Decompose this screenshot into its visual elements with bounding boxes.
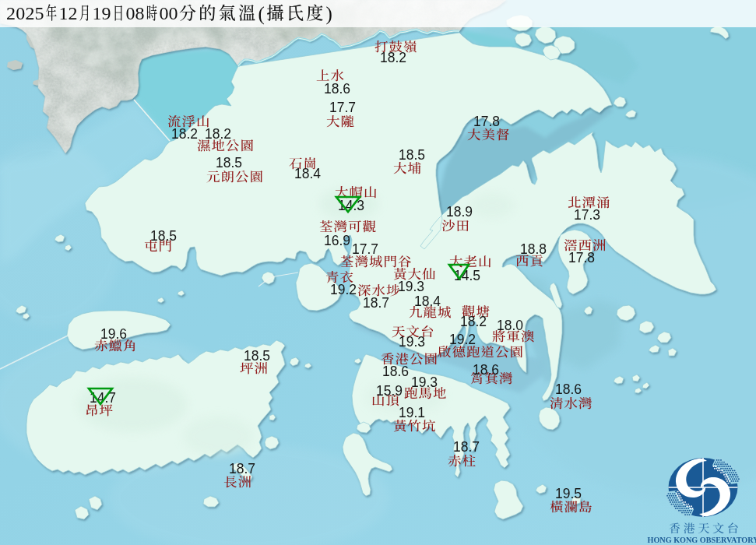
svg-text:18.2: 18.2 — [460, 314, 487, 329]
svg-text:18.4: 18.4 — [414, 294, 441, 309]
svg-text:18.6: 18.6 — [324, 81, 350, 97]
svg-text:18.6: 18.6 — [382, 364, 409, 379]
svg-text:19.3: 19.3 — [399, 334, 425, 350]
svg-text:18.5: 18.5 — [150, 228, 177, 244]
svg-text:19.1: 19.1 — [399, 405, 425, 420]
svg-text:HONG KONG OBSERVATORY: HONG KONG OBSERVATORY — [647, 536, 756, 544]
svg-text:1: 1 — [92, 3, 101, 23]
svg-text:18.5: 18.5 — [216, 155, 242, 171]
svg-text:0: 0 — [125, 3, 135, 23]
svg-text:9: 9 — [102, 3, 111, 23]
svg-text:16.9: 16.9 — [324, 233, 350, 248]
svg-text:15.9: 15.9 — [376, 383, 403, 399]
svg-text:1: 1 — [58, 3, 68, 23]
svg-text:18.7: 18.7 — [453, 439, 480, 455]
svg-text:2: 2 — [69, 3, 78, 23]
svg-text:17.3: 17.3 — [574, 207, 600, 223]
svg-text:17.7: 17.7 — [329, 100, 356, 115]
svg-text:19.3: 19.3 — [398, 279, 424, 294]
svg-text:19.2: 19.2 — [449, 332, 476, 347]
svg-text:17.8: 17.8 — [473, 114, 500, 129]
svg-text:17.7: 17.7 — [352, 241, 378, 257]
svg-text:19.2: 19.2 — [330, 282, 357, 297]
svg-text:0: 0 — [159, 3, 168, 23]
svg-text:18.5: 18.5 — [244, 348, 270, 364]
svg-text:18.6: 18.6 — [555, 382, 582, 397]
svg-text:18.8: 18.8 — [520, 241, 547, 257]
svg-text:0: 0 — [169, 3, 178, 23]
svg-text:14.7: 14.7 — [90, 390, 116, 406]
svg-text:18.2: 18.2 — [205, 126, 231, 142]
svg-text:18.2: 18.2 — [171, 126, 198, 142]
svg-text:18.2: 18.2 — [380, 50, 406, 65]
svg-text:5: 5 — [35, 3, 44, 23]
svg-text:19.3: 19.3 — [411, 374, 438, 390]
svg-text:18.0: 18.0 — [497, 318, 523, 333]
svg-text:(: ( — [258, 3, 264, 25]
svg-text:2: 2 — [6, 3, 16, 23]
svg-text:18.9: 18.9 — [446, 204, 473, 220]
svg-text:): ) — [326, 3, 332, 25]
svg-text:0: 0 — [16, 3, 25, 23]
svg-text:19.6: 19.6 — [100, 326, 127, 342]
svg-text:18.7: 18.7 — [229, 461, 255, 476]
svg-text:18.7: 18.7 — [363, 295, 389, 311]
svg-text:18.6: 18.6 — [473, 362, 499, 378]
svg-text:18.5: 18.5 — [399, 147, 425, 163]
svg-text:19.5: 19.5 — [555, 486, 582, 501]
svg-text:8: 8 — [135, 3, 145, 23]
svg-text:17.8: 17.8 — [568, 250, 595, 265]
svg-text:18.4: 18.4 — [294, 166, 321, 181]
svg-text:2: 2 — [25, 3, 34, 23]
